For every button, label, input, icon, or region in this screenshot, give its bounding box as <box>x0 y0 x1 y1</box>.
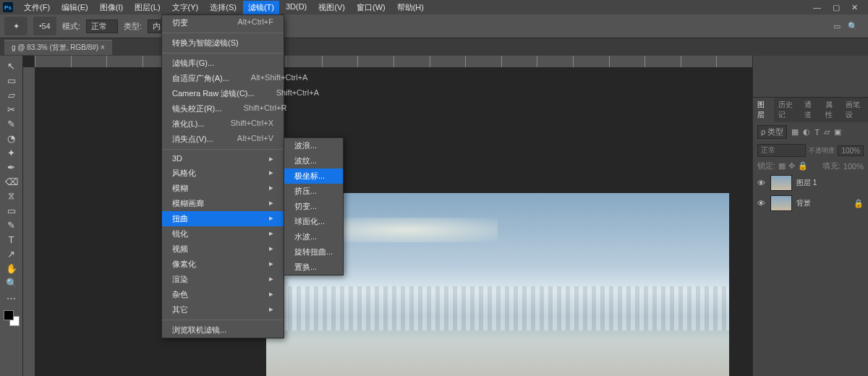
menu-edit[interactable]: 编辑(E) <box>56 1 93 14</box>
menu-help[interactable]: 帮助(H) <box>392 1 429 14</box>
lock-row: 锁定: ▩ ✥ 🔒 填充: 100% <box>753 159 868 173</box>
maximize-button[interactable]: ▢ <box>830 3 843 12</box>
distort-spherize[interactable]: 球面化... <box>284 214 343 229</box>
tab-layers[interactable]: 图层 <box>753 98 774 122</box>
filter-noise[interactable]: 杂色▸ <box>162 287 284 302</box>
tool-marquee[interactable]: ▭ <box>3 73 20 87</box>
title-bar: Ps 文件(F) 编辑(E) 图像(I) 图层(L) 文字(Y) 选择(S) 滤… <box>0 0 868 14</box>
filter-browse[interactable]: 浏览联机滤镜... <box>162 322 284 338</box>
distort-pinch[interactable]: 挤压... <box>284 184 343 199</box>
tool-clone[interactable]: ✒ <box>3 160 20 174</box>
filter-adjust-icon[interactable]: ◐ <box>803 127 810 137</box>
layer-thumbnail[interactable] <box>770 175 792 191</box>
distort-polar[interactable]: 极坐标... <box>284 168 343 184</box>
filter-vanish[interactable]: 消失点(V)...Alt+Ctrl+V <box>162 132 284 147</box>
filter-sharpen[interactable]: 锐化▸ <box>162 226 284 242</box>
tool-crop[interactable]: ✂ <box>3 102 20 116</box>
filter-gallery[interactable]: 滤镜库(G)... <box>162 56 284 71</box>
tab-channels[interactable]: 通道 <box>800 98 821 122</box>
filter-shape-icon[interactable]: ▱ <box>824 127 830 137</box>
tool-lasso[interactable]: ▱ <box>3 87 20 102</box>
menu-filter[interactable]: 滤镜(T) <box>243 1 279 14</box>
layer-kind-select[interactable]: ρ 类型 <box>757 125 787 139</box>
distort-zigzag[interactable]: 水波... <box>284 229 343 244</box>
lock-position-icon[interactable]: ✥ <box>788 161 795 171</box>
menu-layer[interactable]: 图层(L) <box>129 1 165 14</box>
menu-window[interactable]: 窗口(W) <box>352 1 391 14</box>
menu-type[interactable]: 文字(Y) <box>167 1 204 14</box>
menu-file[interactable]: 文件(F) <box>19 1 55 14</box>
filter-smart[interactable]: 转换为智能滤镜(S) <box>162 35 284 51</box>
tool-path[interactable]: ↗ <box>3 247 20 261</box>
tool-more[interactable]: ⋯ <box>3 290 20 306</box>
tool-eyedropper[interactable]: ✎ <box>3 116 20 131</box>
layer-row[interactable]: 👁 背景 🔒 <box>753 193 868 213</box>
menu-select[interactable]: 选择(S) <box>205 1 242 14</box>
lock-all-icon[interactable]: 🔒 <box>798 161 808 171</box>
color-swatches[interactable] <box>4 310 20 326</box>
filter-other[interactable]: 其它▸ <box>162 302 284 317</box>
tool-type[interactable]: T <box>3 232 20 247</box>
opacity-field[interactable]: 100% <box>838 145 864 156</box>
menu-3d[interactable]: 3D(D) <box>281 1 312 14</box>
close-button[interactable]: ✕ <box>848 3 861 12</box>
layer-thumbnail[interactable] <box>770 195 792 211</box>
tool-brush[interactable]: ✦ <box>3 145 20 160</box>
distort-displace[interactable]: 置换... <box>284 260 343 275</box>
app-logo: Ps <box>3 2 13 12</box>
filter-dropdown: 切变Alt+Ctrl+F 转换为智能滤镜(S) 滤镜库(G)... 自适应广角(… <box>161 14 284 338</box>
tool-heal[interactable]: ◔ <box>3 131 20 145</box>
filter-type-icon[interactable]: T <box>814 128 820 137</box>
blend-mode-select[interactable]: 正常 <box>757 144 806 157</box>
filter-last[interactable]: 切变Alt+Ctrl+F <box>162 15 284 30</box>
mode-select[interactable]: 正常 <box>86 20 118 33</box>
layer-row[interactable]: 👁 图层 1 <box>753 173 868 193</box>
brush-preset-picker[interactable]: • 54 <box>33 17 56 35</box>
minimize-button[interactable]: — <box>810 3 824 12</box>
tool-pen[interactable]: ✎ <box>3 218 20 232</box>
tool-zoom[interactable]: 🔍 <box>3 275 20 290</box>
visibility-icon[interactable]: 👁 <box>757 199 766 208</box>
tool-dodge[interactable]: ▭ <box>3 203 20 218</box>
tool-move[interactable]: ↖ <box>3 59 20 73</box>
layer-name[interactable]: 图层 1 <box>796 178 817 188</box>
foreground-color[interactable] <box>4 310 14 320</box>
filter-render[interactable]: 渲染▸ <box>162 272 284 287</box>
filter-smart-icon[interactable]: ▣ <box>834 127 841 137</box>
tab-properties[interactable]: 属性 <box>821 98 842 122</box>
filter-liquify[interactable]: 液化(L)...Shift+Ctrl+X <box>162 116 284 132</box>
filter-video[interactable]: 视频▸ <box>162 242 284 257</box>
tab-history[interactable]: 历史记 <box>774 98 801 122</box>
blend-row: 正常 不透明度 100% <box>753 142 868 159</box>
filter-pixelate[interactable]: 像素化▸ <box>162 257 284 272</box>
distort-ripple[interactable]: 波纹... <box>284 153 343 168</box>
current-tool-icon[interactable]: ✦ <box>4 17 27 35</box>
filter-stylize[interactable]: 风格化▸ <box>162 166 284 181</box>
workspace-icon[interactable]: ▭ <box>833 22 841 31</box>
filter-blur-gallery[interactable]: 模糊画廊▸ <box>162 196 284 211</box>
tool-eraser[interactable]: ⌫ <box>3 174 20 189</box>
document-tab[interactable]: g @ 83.3% (背景, RGB/8#) × <box>4 40 112 55</box>
distort-twirl[interactable]: 旋转扭曲... <box>284 244 343 260</box>
fill-field[interactable]: 100% <box>843 162 864 171</box>
visibility-icon[interactable]: 👁 <box>757 179 766 187</box>
menu-view[interactable]: 视图(V) <box>313 1 350 14</box>
tool-hand[interactable]: ✋ <box>3 261 20 275</box>
filter-lens[interactable]: 镜头校正(R)...Shift+Ctrl+R <box>162 101 284 116</box>
menu-image[interactable]: 图像(I) <box>95 1 128 14</box>
lock-icon: 🔒 <box>854 199 864 208</box>
filter-image-icon[interactable]: ▦ <box>791 127 799 137</box>
tool-gradient[interactable]: ⧖ <box>3 189 20 203</box>
tab-brushes[interactable]: 画笔设 <box>841 98 868 122</box>
distort-wave[interactable]: 波浪... <box>284 138 343 153</box>
distort-shear[interactable]: 切变... <box>284 199 343 214</box>
filter-3d[interactable]: 3D▸ <box>162 152 284 166</box>
search-icon[interactable]: 🔍 <box>848 22 858 31</box>
filter-blur[interactable]: 模糊▸ <box>162 181 284 196</box>
filter-adaptive[interactable]: 自适应广角(A)...Alt+Shift+Ctrl+A <box>162 71 284 86</box>
filter-camera-raw[interactable]: Camera Raw 滤镜(C)...Shift+Ctrl+A <box>162 86 284 101</box>
filter-distort[interactable]: 扭曲▸ <box>162 211 284 226</box>
layer-name[interactable]: 背景 <box>796 198 811 208</box>
lock-pixels-icon[interactable]: ▩ <box>778 161 786 171</box>
type-label: 类型: <box>124 21 142 32</box>
